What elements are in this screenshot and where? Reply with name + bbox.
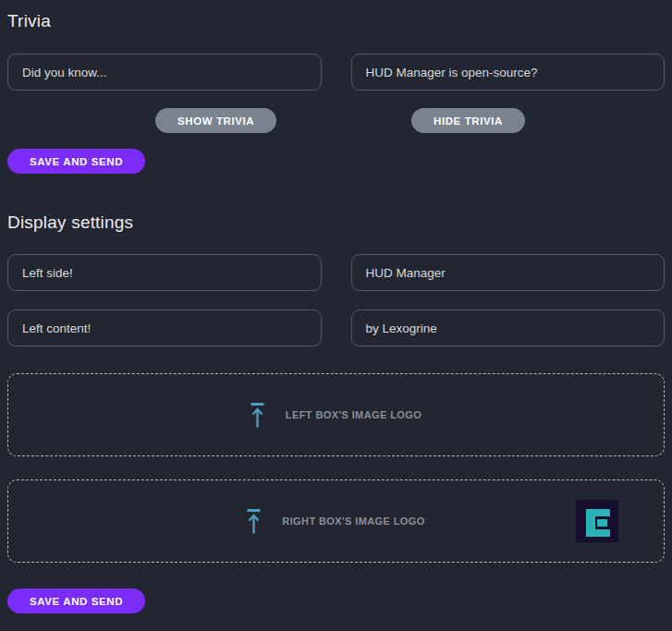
right-box-image-logo-dropzone[interactable]: RIGHT BOX'S IMAGE LOGO <box>7 479 665 563</box>
right-side-content-input[interactable] <box>351 309 666 346</box>
trivia-answer-input[interactable] <box>351 54 666 91</box>
trivia-inputs-row <box>7 54 665 91</box>
trivia-save-and-send-button[interactable]: SAVE AND SEND <box>7 149 145 174</box>
left-side-title-input[interactable] <box>7 254 322 291</box>
trivia-buttons-row: SHOW TRIVIA HIDE TRIVIA <box>7 108 665 133</box>
display-save-and-send-button[interactable]: SAVE AND SEND <box>7 589 145 613</box>
settings-page: Trivia SHOW TRIVIA HIDE TRIVIA SAVE AND … <box>0 0 672 613</box>
lexogrine-e-logo <box>576 500 618 542</box>
display-inputs-row-1 <box>7 254 665 291</box>
show-trivia-button[interactable]: SHOW TRIVIA <box>155 108 276 133</box>
hide-trivia-button[interactable]: HIDE TRIVIA <box>411 108 525 133</box>
display-settings-section-title: Display settings <box>7 212 665 232</box>
display-inputs-row-2 <box>7 309 665 346</box>
right-box-upload-label: RIGHT BOX'S IMAGE LOGO <box>282 516 424 527</box>
upload-icon <box>247 509 261 534</box>
left-side-content-input[interactable] <box>7 309 322 346</box>
trivia-section-title: Trivia <box>7 11 665 30</box>
left-box-upload-label: LEFT BOX'S IMAGE LOGO <box>286 409 422 420</box>
right-side-title-input[interactable] <box>351 254 666 291</box>
upload-icon <box>250 403 264 428</box>
trivia-question-input[interactable] <box>7 54 322 91</box>
left-box-image-logo-dropzone[interactable]: LEFT BOX'S IMAGE LOGO <box>7 373 665 456</box>
